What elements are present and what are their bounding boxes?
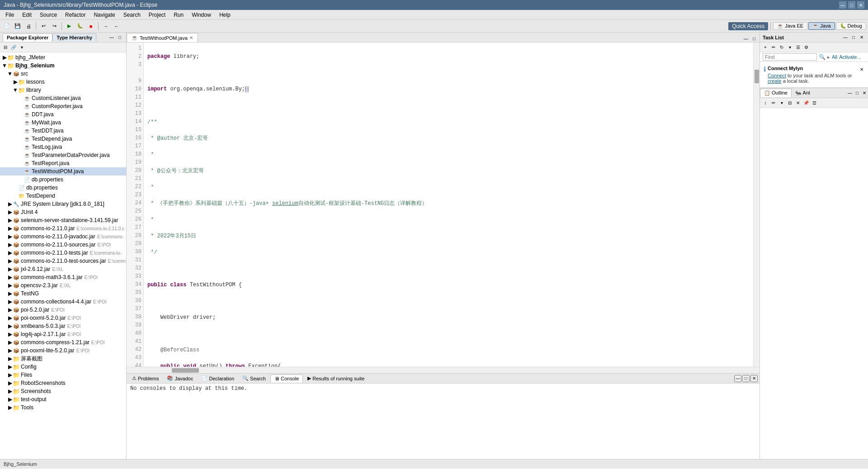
tree-item-testparameter[interactable]: ☕ TestParameterDataProvider.java [0,151,126,159]
tree-item-jxl[interactable]: ▶ 📦 jxl-2.6.12.jar E:\XL [0,265,126,273]
tree-item-testdepend[interactable]: ☕ TestDepend.java [0,135,126,143]
tree-item-db-props[interactable]: 📄 db.properties [0,175,126,184]
tree-item-commons-io-tests[interactable]: ▶ 📦 commons-io-2.11.0-tests.jar E:\commo… [0,249,126,257]
tree-item-commons-io-test-sources[interactable]: ▶ 📦 commons-io-2.11.0-test-sources.jar E… [0,257,126,265]
perspective-java[interactable]: ☕ Java [808,22,835,30]
task-search-input[interactable] [763,53,817,61]
menu-refactor[interactable]: Refactor [61,11,89,19]
tab-ant[interactable]: 🐜 Ant [792,89,814,97]
perspective-debug[interactable]: 🐛 Debug [836,22,866,30]
tree-item-config[interactable]: ▶ 📁 Config [0,363,126,371]
tree-item-testddt[interactable]: ☕ TestDDT.java [0,127,126,135]
tree-item-commons-math3[interactable]: ▶ 📦 commons-math3-3.6.1.jar E:\POI [0,273,126,281]
refresh-task-button[interactable]: ↻ [778,44,785,51]
tree-item-tools[interactable]: ▶ 📁 Tools [0,403,126,412]
menu-navigate[interactable]: Navigate [90,11,118,19]
tree-item-testng[interactable]: ▶ 📦 TestNG [0,289,126,298]
editor-tab-testwithoutpom[interactable]: ☕ TestWithoutPOM.java ✕ [127,33,198,42]
tree-item-src[interactable]: ▼ 📦 src [0,70,126,78]
tree-item-testwithoutpom[interactable]: ☕ TestWithoutPOM.java [0,167,126,175]
prev-button[interactable]: ← [112,21,122,31]
tree-item-db-props2[interactable]: 📄 db.properties [0,184,126,192]
menu-file[interactable]: File [2,11,18,19]
tree-item-poi-ooxml[interactable]: ▶ 📦 poi-ooxml-5.2.0.jar E:\POI [0,314,126,322]
tree-item-opencsv[interactable]: ▶ 📦 opencsv-2.3.jar E:\XL [0,281,126,289]
outline-collapse-button[interactable]: ⊟ [786,99,793,107]
tree-item-commons-collections4[interactable]: ▶ 📦 commons-collections4-4.4.jar E:\POI [0,298,126,306]
tab-console[interactable]: 🖥 Console [270,374,303,383]
tab-type-hierarchy[interactable]: Type Hierarchy [52,33,96,42]
tab-declaration[interactable]: 📄 Declaration [198,374,238,382]
print-button[interactable]: 🖨 [24,21,33,31]
perspective-javaee[interactable]: ☕ Java EE [773,22,807,30]
task-close-button[interactable]: ✕ [858,34,865,41]
outline-cross-button[interactable]: ✕ [794,99,802,107]
tab-outline[interactable]: 📋 Outline [760,89,792,97]
undo-button[interactable]: ↩ [38,21,48,31]
tree-item-xmlbeans[interactable]: ▶ 📦 xmlbeans-5.0.3.jar E:\POI [0,322,126,330]
tab-results[interactable]: ▶ Results of running suite [304,374,368,382]
maximize-panel-button[interactable]: □ [116,34,123,41]
tree-item-mywait[interactable]: ☕ MyWait.java [0,118,126,127]
tree-item-test-output[interactable]: ▶ 📁 test-output [0,395,126,403]
tree-item-library[interactable]: ▼ 📁 library [0,86,126,94]
tree-item-testreport[interactable]: ☕ TestReport.java [0,159,126,167]
minimize-editor-button[interactable]: — [742,35,750,42]
menu-help[interactable]: Help [216,11,234,19]
task-menu[interactable]: ☰ [794,44,802,51]
collapse-all-button[interactable]: ⊟ [2,44,9,51]
tree-item-selenium-jar[interactable]: ▶ 📦 selenium-server-standalone-3.141.59.… [0,216,126,224]
outline-menu-button[interactable]: ☰ [811,99,818,107]
console-minimize-button[interactable]: — [734,375,741,382]
menu-source[interactable]: Source [36,11,61,19]
tree-item-lessons[interactable]: ▶ 📁 lessons [0,78,126,86]
tree-item-screenshots-folder[interactable]: ▶ 📁 屏幕截图 [0,355,126,363]
editor-hscrollbar[interactable] [127,367,760,373]
minimize-panel-button[interactable]: — [108,34,115,41]
quick-access[interactable]: Quick Access [728,22,768,30]
maximize-editor-button[interactable]: □ [750,35,758,42]
tree-item-commons-io-sources[interactable]: ▶ 📦 commons-io-2.11.0-sources.jar E:\POI [0,241,126,249]
tree-item-commons-compress[interactable]: ▶ 📦 commons-compress-1.21.jar E:\POI [0,338,126,346]
tree-item-commons-io-javadoc[interactable]: ▶ 📦 commons-io-2.11.0-javadoc.jar E:\com… [0,232,126,241]
tab-close-button[interactable]: ✕ [189,35,193,40]
outline-edit-button[interactable]: ✏ [770,99,777,107]
menu-run[interactable]: Run [170,11,187,19]
tree-item-junit4[interactable]: ▶ 📦 JUnit 4 [0,208,126,216]
link-with-editor-button[interactable]: 🔗 [10,44,17,51]
tree-view-menu[interactable]: ▾ [18,44,25,51]
tab-package-explorer[interactable]: Package Explorer [3,33,52,42]
redo-button[interactable]: ↪ [49,21,59,31]
minimize-button[interactable]: — [839,1,846,9]
all-link[interactable]: All [832,54,837,60]
tree-container[interactable]: ▶ 📁 bjhg_JMeter ▼ 📁 Bjhg_Selenium ▼ 📦 sr… [0,52,126,459]
tree-item-poi-ooxml-lite[interactable]: ▶ 📦 poi-ooxml-lite-5.2.0.jar E:\POI [0,346,126,355]
connect-link[interactable]: Connect [768,73,786,78]
tab-search[interactable]: 🔍 Search [239,374,269,382]
menu-edit[interactable]: Edit [19,11,35,19]
console-close-button[interactable]: ✕ [750,375,758,382]
menu-window[interactable]: Window [188,11,215,19]
tree-item-ddt[interactable]: ☕ DDT.java [0,110,126,118]
outline-close-button[interactable]: ✕ [861,90,868,97]
outline-maximize-button[interactable]: □ [854,90,861,97]
task-minimize-button[interactable]: — [842,34,849,41]
task-settings[interactable]: ⚙ [802,44,810,51]
tab-problems[interactable]: ⚠ Problems [128,374,162,382]
tree-item-poi[interactable]: ▶ 📦 poi-5.2.0.jar E:\POI [0,306,126,314]
tree-item-customlistener[interactable]: ☕ CustomListener.java [0,94,126,102]
tree-item-log4j[interactable]: ▶ 📦 log4j-api-2.17.1.jar E:\POI [0,330,126,338]
close-button[interactable]: ✕ [857,1,864,9]
create-link[interactable]: create [768,78,782,84]
connect-close-button[interactable]: ✕ [859,66,864,73]
editor-scrollbar[interactable] [753,43,760,367]
activate-link[interactable]: Activate... [839,54,861,60]
tree-item-testlog[interactable]: ☕ TestLog.java [0,143,126,151]
tree-item-files[interactable]: ▶ 📁 Files [0,371,126,379]
tree-item-bjhg-jmeter[interactable]: ▶ 📁 bjhg_JMeter [0,53,126,62]
save-button[interactable]: 💾 [13,21,23,31]
outline-sort-button[interactable]: ↕ [762,99,769,107]
menu-project[interactable]: Project [145,11,169,19]
tree-item-bjhg-selenium[interactable]: ▼ 📁 Bjhg_Selenium [0,62,126,70]
new-button[interactable]: 📄 [2,21,12,31]
